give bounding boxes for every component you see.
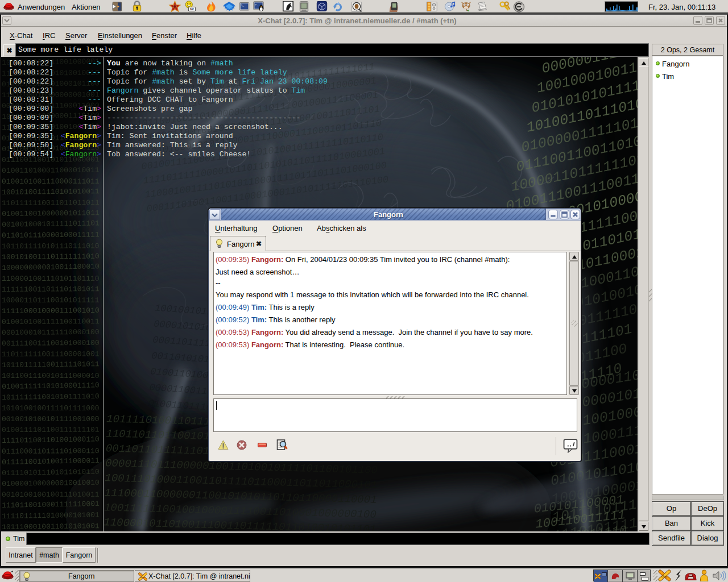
svg-text:0100110100011000010011: 0100110100011000010011 — [2, 166, 100, 175]
svg-text:1000000000010011100010: 1000000000010011100010 — [2, 262, 100, 272]
svg-text:0100101001111100110011: 0100101001111100110011 — [2, 317, 100, 326]
svg-text:0010010100101111001000: 0010010100101111001000 — [2, 415, 100, 423]
svg-text:1100001001110101101110: 1100001001110101101110 — [2, 275, 100, 283]
svg-text:0111000110111101000110: 0111000110111101000110 — [2, 447, 100, 456]
svg-text:0110101110000100011111: 0110101110000100011111 — [2, 230, 100, 239]
svg-text:0010100100100111010011: 0010100100100111010011 — [2, 490, 100, 499]
svg-text:1110110010001111110001: 1110110010001111110001 — [2, 500, 100, 510]
svg-text:0100001000000010010010: 0100001000000010010010 — [2, 479, 100, 488]
svg-text:0001000101111110000100: 0001000101111110000100 — [2, 328, 100, 337]
svg-text:1101111110011100001001: 1101111110011100001001 — [2, 350, 100, 359]
svg-text:>_: >_ — [241, 4, 245, 7]
svg-text:0100111101100111111101: 0100111101100111111101 — [2, 426, 100, 434]
svg-text:chat: chat — [140, 576, 145, 579]
svg-text:0010010001011111011101: 0010010001011111011101 — [2, 219, 100, 229]
svg-text:1001010011110101010011: 1001010011110101010011 — [2, 187, 100, 197]
svg-text:1011100010011010101001: 1011100010011010101001 — [2, 522, 100, 531]
svg-text:1011011110101110111010: 1011011110101110111010 — [2, 242, 100, 251]
svg-text:0100110010000001011011: 0100110010000001011011 — [2, 209, 100, 218]
svg-text:1111110011011101101011: 1111110011011101101011 — [2, 285, 100, 294]
svg-text:1101111110011011011011: 1101111110011011011011 — [2, 198, 100, 207]
svg-text:1010100100111101111000: 1010100100111101111000 — [2, 404, 100, 413]
svg-text:0111110010100111000011: 0111110010100111000011 — [2, 456, 100, 467]
svg-text:0011110011100101000100: 0011110011100101000100 — [2, 339, 100, 348]
svg-text:>_: >_ — [255, 3, 258, 6]
svg-text:chat: chat — [661, 575, 667, 578]
svg-text:1000011011100101011111: 1000011011100101011111 — [2, 296, 100, 305]
svg-text:1011001110010111000010: 1011001110010111000010 — [2, 372, 100, 380]
svg-text:0100111111010100011110: 0100111111010100011110 — [2, 381, 100, 391]
svg-text:1001010011101111111010: 1001010011101111111010 — [2, 252, 100, 261]
svg-text:1011111110010101111010: 1011111110010101111010 — [2, 392, 100, 402]
svg-text:1111011001101001000110: 1111011001101001000110 — [2, 435, 100, 445]
svg-text:hi!: hi! — [190, 7, 194, 11]
svg-text:1011011111001111101011: 1011011111001111101011 — [2, 360, 100, 369]
svg-text:1111100010000111001010: 1111100010000111001010 — [2, 306, 100, 315]
svg-text:1111011111010000101001: 1111011111010000101001 — [2, 511, 100, 521]
svg-text:0100101001110000111011: 0100101001110000111011 — [2, 177, 100, 186]
svg-text:0111101011101011010110: 0111101011101011010110 — [2, 468, 100, 477]
svg-text:chat: chat — [596, 576, 599, 577]
